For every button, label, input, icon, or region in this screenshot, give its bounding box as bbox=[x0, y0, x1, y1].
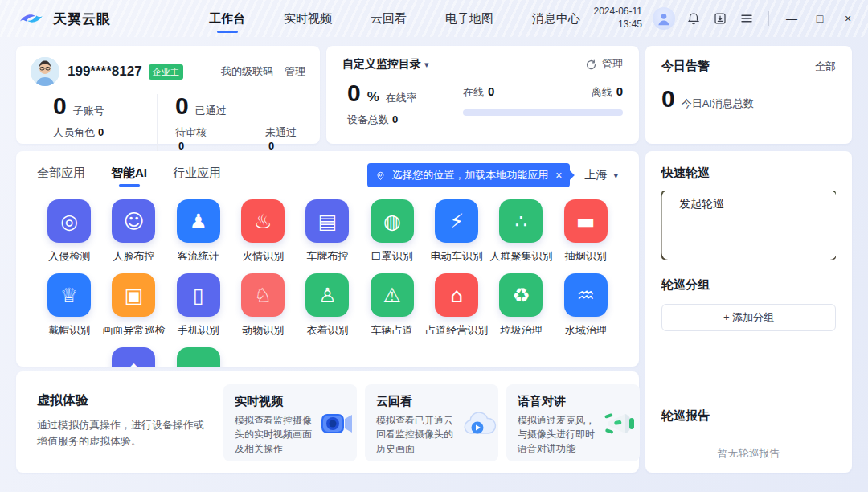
app-tile[interactable]: ♕ 戴帽识别 bbox=[47, 273, 91, 347]
app-window: 天翼云眼 工作台 实时视频 云回看 电子地图 消息中心 2024-06-11 1… bbox=[0, 0, 868, 492]
app-tile[interactable]: ♨ 火情识别 bbox=[241, 199, 285, 273]
partial-app-icon-2: ⋯ bbox=[177, 347, 220, 367]
app-tile[interactable]: ⚡ 电动车识别 bbox=[431, 199, 483, 273]
sub-account-count: 0 bbox=[53, 94, 67, 118]
patrol-groups-title: 轮巡分组 bbox=[661, 277, 836, 293]
alert-all-link[interactable]: 全部 bbox=[815, 59, 836, 74]
app-tile[interactable]: ◎ 入侵检测 bbox=[47, 199, 91, 273]
experience-cloud-playback-card[interactable]: 云回看 模拟查看已开通云回看监控摄像头的历史画面 bbox=[365, 384, 498, 461]
app-tile[interactable]: ♙ 衣着识别 bbox=[305, 273, 349, 347]
fire-detection-icon: ♨ bbox=[241, 199, 285, 243]
app-tile[interactable]: ♒ 水域治理 bbox=[564, 273, 608, 347]
chevron-down-icon: ▾ bbox=[613, 170, 618, 181]
garbage-management-icon: ♻ bbox=[499, 273, 542, 317]
menu-icon[interactable] bbox=[739, 10, 755, 27]
monitor-card: 自定义监控目录 ▾ 管理 0% 在线率 设备总数0 bbox=[326, 46, 639, 144]
alert-card-title: 今日告警 bbox=[661, 59, 710, 74]
main-nav: 工作台 实时视频 云回看 电子地图 消息中心 bbox=[207, 6, 582, 31]
chevron-down-icon[interactable]: ▾ bbox=[424, 59, 429, 70]
camera-3d-icon bbox=[318, 394, 355, 453]
app-tile[interactable]: ▯ 手机识别 bbox=[177, 273, 220, 347]
alert-count-label: 今日AI消息总数 bbox=[682, 96, 754, 111]
monitor-directory-dropdown[interactable]: 自定义监控目录 bbox=[342, 57, 421, 72]
app-tile[interactable]: ◍ 口罩识别 bbox=[371, 199, 414, 273]
nav-tab-workbench[interactable]: 工作台 bbox=[207, 6, 247, 31]
app-tile[interactable]: ▣ 画面异常巡检 bbox=[102, 273, 165, 347]
monitor-manage-link[interactable]: 管理 bbox=[585, 57, 623, 72]
exp-card-description: 模拟通过麦克风，与摄像头进行即时语音对讲功能 bbox=[518, 414, 601, 456]
app-tile[interactable]: ◆ bbox=[112, 347, 155, 367]
location-banner[interactable]: 选择您的位置，加载本地功能应用 × bbox=[367, 163, 570, 187]
app-label: 人脸布控 bbox=[113, 249, 154, 264]
city-selector[interactable]: 上海 ▾ bbox=[584, 168, 618, 182]
app-glyph: ♙ bbox=[318, 285, 336, 305]
experience-voice-intercom-card[interactable]: 语音对讲 模拟通过麦克风，与摄像头进行即时语音对讲功能 bbox=[506, 384, 640, 461]
apps-card: 全部应用 智能AI 行业应用 选择您的位置，加载本地功能应用 × 上海 ▾ bbox=[16, 151, 639, 367]
phone-detection-icon: ▯ bbox=[177, 273, 220, 317]
nav-tab-message-center[interactable]: 消息中心 bbox=[530, 6, 582, 31]
app-title: 天翼云眼 bbox=[53, 10, 111, 28]
app-label: 电动车识别 bbox=[431, 249, 483, 264]
app-glyph: ⚠ bbox=[383, 285, 401, 305]
online-rate-unit: % bbox=[367, 89, 379, 105]
app-tile[interactable]: ☺ 人脸布控 bbox=[112, 199, 155, 273]
titlebar-divider bbox=[768, 11, 769, 26]
app-tile[interactable]: ⋯ bbox=[177, 347, 220, 367]
alert-card: 今日告警 全部 0 今日AI消息总数 bbox=[645, 46, 852, 144]
notification-bell-icon[interactable] bbox=[686, 10, 702, 27]
app-tile[interactable]: ▬ 抽烟识别 bbox=[564, 199, 608, 273]
app-tile[interactable]: ▤ 车牌布控 bbox=[305, 199, 349, 273]
app-glyph: ♘ bbox=[254, 285, 272, 305]
account-card: 199****8127 企业主 我的级联码 管理 0 子账号 人员角色0 bbox=[16, 46, 320, 144]
street-vending-icon: ⌂ bbox=[435, 273, 478, 317]
account-manage-link[interactable]: 管理 bbox=[285, 64, 305, 79]
app-label: 火情识别 bbox=[242, 249, 284, 264]
add-group-button[interactable]: + 添加分组 bbox=[661, 304, 836, 331]
account-avatar[interactable] bbox=[31, 57, 59, 86]
hat-detection-icon: ♕ bbox=[47, 273, 91, 317]
app-tile[interactable]: ♻ 垃圾治理 bbox=[499, 273, 542, 347]
app-glyph: ◎ bbox=[60, 211, 78, 232]
quick-patrol-title: 快速轮巡 bbox=[661, 166, 836, 181]
nav-tab-live-video[interactable]: 实时视频 bbox=[282, 6, 334, 31]
app-glyph: ∴ bbox=[515, 211, 528, 232]
rejected-stat: 未通过0 bbox=[265, 125, 305, 152]
nav-tab-cloud-playback[interactable]: 云回看 bbox=[369, 6, 408, 31]
clothing-detection-icon: ♙ bbox=[305, 273, 349, 317]
app-tile[interactable]: ♟ 客流统计 bbox=[177, 199, 220, 273]
experience-title: 虚拟体验 bbox=[37, 392, 223, 409]
megaphone-3d-icon bbox=[601, 394, 638, 453]
maximize-icon[interactable]: □ bbox=[811, 12, 829, 25]
datetime: 2024-06-11 13:45 bbox=[594, 6, 643, 31]
app-glyph: ⚡ bbox=[449, 211, 464, 232]
tab-all-apps[interactable]: 全部应用 bbox=[37, 162, 85, 188]
titlebar: 天翼云眼 工作台 实时视频 云回看 电子地图 消息中心 2024-06-11 1… bbox=[0, 0, 868, 37]
apps-grid: ◎ 入侵检测 ☺ 人脸布控 ♟ 客流统计 ♨ 火情识别 ▤ 车牌布控 ◍ 口罩识… bbox=[37, 199, 618, 367]
close-icon[interactable]: × bbox=[839, 12, 857, 25]
app-tile[interactable]: ⌂ 占道经营识别 bbox=[425, 273, 488, 347]
app-label: 垃圾治理 bbox=[500, 323, 542, 338]
download-icon[interactable] bbox=[712, 10, 728, 27]
cloud-playback-3d-icon bbox=[460, 394, 498, 453]
app-glyph: ♕ bbox=[60, 285, 78, 305]
cascade-code-link[interactable]: 我的级联码 bbox=[221, 64, 273, 79]
tab-smart-ai[interactable]: 智能AI bbox=[111, 162, 147, 188]
refresh-icon[interactable] bbox=[585, 59, 597, 71]
app-glyph: ◆ bbox=[126, 359, 141, 367]
banner-close-icon[interactable]: × bbox=[555, 169, 562, 182]
app-tile[interactable]: ♘ 动物识别 bbox=[241, 273, 285, 347]
nav-tab-emap[interactable]: 电子地图 bbox=[444, 6, 495, 31]
start-patrol-button[interactable]: 发起轮巡 bbox=[661, 191, 836, 260]
tab-industry-apps[interactable]: 行业应用 bbox=[173, 162, 221, 188]
app-tile[interactable]: ⚠ 车辆占道 bbox=[371, 273, 414, 347]
experience-live-video-card[interactable]: 实时视频 模拟查看监控摄像头的实时视频画面及相关操作 bbox=[223, 384, 357, 461]
app-label: 抽烟识别 bbox=[565, 249, 607, 264]
pending-stat: 待审核0 bbox=[175, 125, 215, 152]
user-avatar[interactable] bbox=[653, 7, 675, 30]
app-label: 画面异常巡检 bbox=[102, 323, 165, 338]
patrol-sidebar: 快速轮巡 发起轮巡 轮巡分组 + 添加分组 轮巡报告 暂无轮巡报告 bbox=[645, 151, 852, 473]
app-glyph: ⌂ bbox=[450, 285, 463, 305]
animal-detection-icon: ♘ bbox=[241, 273, 285, 317]
app-tile[interactable]: ∴ 人群聚集识别 bbox=[489, 199, 552, 273]
minimize-icon[interactable]: — bbox=[783, 12, 800, 25]
